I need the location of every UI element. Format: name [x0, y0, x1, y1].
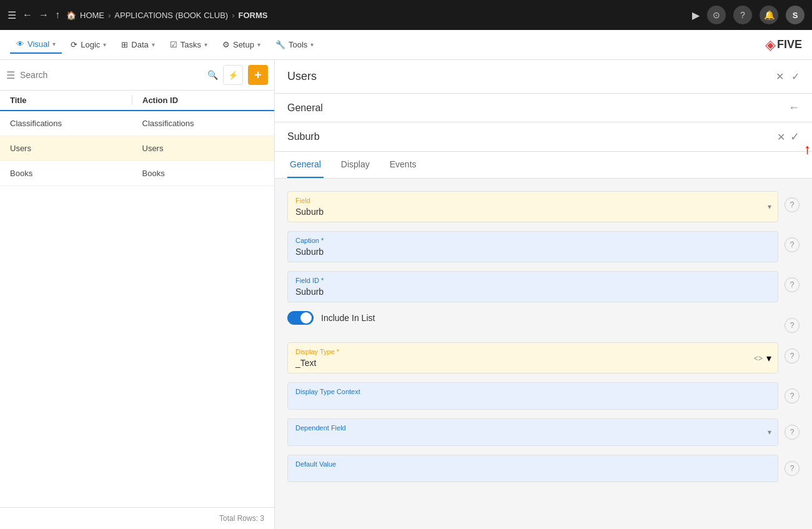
panel-header-actions: ✕ ✓ [776, 71, 800, 82]
total-rows-label: Total Rows: 3 [219, 514, 264, 523]
col-title-header: Title [10, 96, 132, 105]
caption-help-icon[interactable]: ? [785, 237, 800, 252]
panel-check-button[interactable]: ✓ [791, 71, 800, 82]
play-icon[interactable]: ▶ [692, 9, 700, 21]
default-value-wrapper: Default Value [287, 455, 778, 482]
panel-title: Users [287, 70, 317, 83]
suburb-close-button[interactable]: ✕ [777, 131, 785, 143]
toggle-wrapper: Include In List [287, 311, 778, 334]
table-row[interactable]: Users Users [0, 136, 274, 161]
display-type-icons: <> ▾ [754, 352, 771, 364]
tabs-bar: General Display Events [275, 152, 812, 179]
tools-dropdown-arrow: ▾ [310, 41, 314, 48]
field-label: Field [295, 197, 755, 204]
form-content: Field Suburb ▾ ? Caption * Suburb ? [275, 179, 812, 529]
field-id-input[interactable]: Field ID * Suburb [287, 271, 778, 302]
right-panel: Users ✕ ✓ General ← Suburb ✕ ✓ ↑ General… [275, 60, 812, 529]
secondary-toolbar: 👁 Visual ▾ ⟳ Logic ▾ ⊞ Data ▾ ☑ Tasks ▾ … [0, 30, 812, 60]
toolbar-logic[interactable]: ⟳ Logic ▾ [64, 36, 112, 53]
up-icon[interactable]: ↑ [55, 9, 60, 21]
lightning-button[interactable]: ⚡ [223, 65, 243, 85]
panel-header: Users ✕ ✓ [275, 60, 812, 94]
caption-value: Suburb [295, 247, 770, 257]
table-row[interactable]: Classifications Classifications [0, 111, 274, 136]
tab-general[interactable]: General [287, 152, 324, 178]
home-label[interactable]: HOME [80, 11, 104, 20]
dependent-field-input[interactable]: Dependent Field ▾ [287, 418, 778, 446]
row-title: Books [10, 169, 132, 178]
default-value-row: Default Value ? [287, 455, 800, 482]
main-layout: ☰ 🔍 ⚡ + Title Action ID Classifications … [0, 60, 812, 529]
forward-icon[interactable]: → [39, 9, 49, 21]
add-button[interactable]: + [248, 65, 268, 85]
back-icon[interactable]: ← [22, 9, 32, 21]
include-in-list-help-icon[interactable]: ? [785, 318, 800, 333]
table-header: Title Action ID [0, 91, 274, 111]
table-row[interactable]: Books Books [0, 161, 274, 186]
left-panel: ☰ 🔍 ⚡ + Title Action ID Classifications … [0, 60, 275, 529]
breadcrumb: 🏠 HOME › APPLICATIONS (BOOK CLUB) › FORM… [66, 11, 267, 20]
toolbar-data[interactable]: ⊞ Data ▾ [115, 36, 161, 53]
search-input[interactable] [20, 70, 202, 80]
row-title: Users [10, 144, 132, 153]
code-icon[interactable]: <> [754, 353, 763, 362]
search-icon[interactable]: 🔍 [207, 70, 218, 80]
toolbar-tools[interactable]: 🔧 Tools ▾ [269, 36, 320, 53]
setup-icon: ⚙ [222, 40, 230, 49]
field-id-help-icon[interactable]: ? [785, 277, 800, 292]
display-type-help-icon[interactable]: ? [785, 349, 800, 363]
suburb-section: Suburb ✕ ✓ ↑ [275, 122, 812, 152]
dependent-field-label: Dependent Field [295, 424, 755, 432]
suburb-check-button[interactable]: ✓ [790, 130, 800, 144]
search-bar: ☰ 🔍 ⚡ + [0, 60, 274, 91]
tab-events[interactable]: Events [387, 152, 419, 178]
top-navigation: ☰ ← → ↑ 🏠 HOME › APPLICATIONS (BOOK CLUB… [0, 0, 812, 30]
panel-close-button[interactable]: ✕ [776, 71, 784, 82]
dependent-field-dropdown-icon[interactable]: ▾ [768, 428, 771, 437]
app-label[interactable]: APPLICATIONS (BOOK CLUB) [114, 11, 228, 20]
caption-input[interactable]: Caption * Suburb [287, 231, 778, 262]
toolbar-setup[interactable]: ⚙ Setup ▾ [216, 36, 267, 53]
tab-display[interactable]: Display [339, 152, 372, 178]
visual-dropdown-arrow: ▾ [52, 41, 56, 47]
display-type-dropdown-icon[interactable]: ▾ [766, 352, 771, 364]
home-icon: 🏠 [66, 11, 76, 20]
suburb-actions: ✕ ✓ ↑ [777, 130, 800, 144]
general-back-button[interactable]: ← [788, 101, 800, 114]
field-dropdown-icon[interactable]: ▾ [768, 202, 771, 211]
dependent-field-help-icon[interactable]: ? [785, 425, 800, 440]
menu-icon[interactable]: ☰ [7, 9, 16, 21]
setup-dropdown-arrow: ▾ [257, 41, 260, 48]
default-value-input[interactable]: Default Value [287, 455, 778, 482]
search-wrapper [20, 70, 202, 80]
caption-wrapper: Caption * Suburb [287, 231, 778, 262]
field-input[interactable]: Field Suburb ▾ [287, 191, 778, 222]
toolbar-tasks[interactable]: ☑ Tasks ▾ [164, 36, 214, 53]
logic-dropdown-arrow: ▾ [103, 41, 106, 48]
default-value-help-icon[interactable]: ? [785, 461, 800, 476]
display-type-context-label: Display Type Context [295, 388, 770, 395]
display-type-value: _Text [295, 358, 740, 368]
user-avatar[interactable]: S [786, 6, 805, 24]
row-action: Users [132, 144, 265, 153]
forms-label[interactable]: FORMS [238, 11, 267, 20]
toolbar-visual[interactable]: 👁 Visual ▾ [10, 36, 62, 54]
include-in-list-row: Include In List ? [287, 311, 800, 334]
sidebar-toggle-icon[interactable]: ☰ [6, 69, 15, 81]
include-in-list-toggle[interactable] [287, 311, 314, 325]
field-row: Field Suburb ▾ ? [287, 191, 800, 222]
field-help-icon[interactable]: ? [785, 197, 800, 212]
field-id-wrapper: Field ID * Suburb [287, 271, 778, 302]
display-type-context-input[interactable]: Display Type Context [287, 382, 778, 410]
dependent-field-row: Dependent Field ▾ ? [287, 418, 800, 446]
display-type-wrapper: Display Type * _Text <> ▾ [287, 342, 778, 373]
row-title: Classifications [10, 119, 132, 128]
search-button[interactable]: ⊙ [707, 6, 726, 24]
display-type-context-help-icon[interactable]: ? [785, 388, 800, 403]
field-id-value: Suburb [295, 287, 770, 297]
display-type-label: Display Type * [295, 348, 740, 355]
notifications-button[interactable]: 🔔 [760, 6, 778, 24]
help-button[interactable]: ? [733, 6, 752, 24]
display-type-input[interactable]: Display Type * _Text <> ▾ [287, 342, 778, 373]
default-value-label: Default Value [295, 460, 770, 468]
